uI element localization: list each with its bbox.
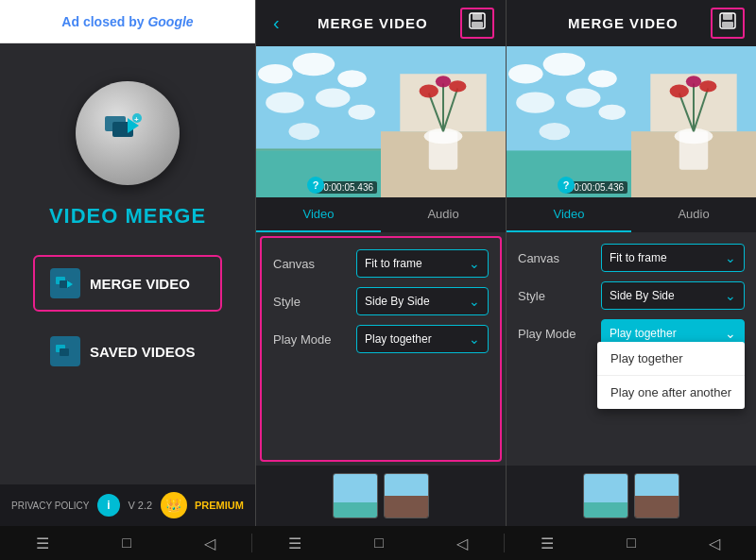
merge-video-icon: [50, 268, 80, 298]
svg-point-44: [598, 105, 625, 120]
svg-point-55: [686, 76, 701, 87]
square-icon-3[interactable]: □: [627, 535, 636, 552]
tab-audio-2[interactable]: Audio: [631, 197, 756, 232]
style-value-2: Side By Side: [610, 289, 675, 302]
version-text: V 2.2: [128, 500, 152, 511]
svg-point-18: [266, 93, 304, 113]
style-row-2: Style Side By Side ⌄: [518, 281, 745, 310]
hamburger-icon-3[interactable]: ☰: [541, 535, 554, 552]
save-button-1[interactable]: [460, 8, 494, 39]
panel-2-header: ‹ MERGE VIDEO: [507, 0, 756, 46]
svg-point-15: [258, 64, 293, 83]
play-mode-label-2: Play Mode: [518, 327, 593, 341]
svg-point-16: [293, 53, 335, 76]
svg-point-19: [316, 88, 351, 107]
panel-2-controls: Canvas Fit to frame ⌄ Style Side By Side…: [507, 232, 756, 466]
svg-point-45: [540, 123, 570, 140]
svg-point-43: [566, 88, 601, 107]
svg-rect-50: [679, 131, 708, 170]
square-icon-1[interactable]: □: [122, 535, 131, 552]
svg-point-33: [449, 80, 466, 92]
save-button-2[interactable]: [711, 8, 745, 39]
canvas-select-1[interactable]: Fit to frame ⌄: [356, 249, 489, 278]
saved-videos-label: SAVED VIDEOS: [90, 344, 195, 360]
premium-label: PREMIUM: [195, 500, 244, 511]
svg-rect-12: [472, 22, 483, 27]
dropdown-item-play-together[interactable]: Play together: [597, 342, 745, 376]
style-row-1: Style Side By Side ⌄: [273, 287, 489, 315]
nav-section-3: ☰ □ ◁: [505, 535, 756, 552]
svg-rect-9: [60, 348, 69, 356]
merge-video-button[interactable]: MERGE VIDEO: [33, 255, 222, 312]
square-icon-2[interactable]: □: [374, 535, 384, 552]
play-mode-row-1: Play Mode Play together ⌄: [273, 325, 489, 353]
thumbnail-clouds-1[interactable]: [333, 473, 378, 518]
panel-1-tabs: Video Audio: [256, 197, 506, 232]
svg-rect-22: [256, 148, 381, 150]
thumbnail-plant-1[interactable]: [384, 473, 429, 518]
panel-2-video-preview: 00:00:05.436 ?: [507, 46, 756, 197]
canvas-row-2: Canvas Fit to frame ⌄: [518, 244, 745, 272]
ad-closed-text: Ad closed by: [61, 14, 144, 29]
crown-button[interactable]: 👑: [161, 492, 187, 518]
svg-point-17: [337, 70, 366, 87]
play-mode-value-1: Play together: [365, 332, 432, 346]
tab-audio-1[interactable]: Audio: [381, 197, 506, 232]
canvas-label-2: Canvas: [518, 251, 593, 265]
saved-videos-button[interactable]: SAVED VIDEOS: [33, 323, 222, 380]
left-bottom-bar: PRIVACY POLICY i V 2.2 👑 PREMIUM: [0, 484, 255, 526]
svg-point-42: [516, 93, 555, 113]
svg-marker-7: [67, 280, 73, 288]
hamburger-icon-1[interactable]: ☰: [36, 535, 49, 552]
style-label-2: Style: [518, 289, 593, 303]
play-mode-dropdown: Play together Play one after another: [597, 342, 745, 409]
svg-rect-36: [722, 22, 733, 27]
privacy-link[interactable]: PRIVACY POLICY: [11, 501, 89, 511]
style-select-2[interactable]: Side By Side ⌄: [601, 281, 745, 310]
system-nav-bar: ☰ □ ◁ ☰ □ ◁ ☰ □ ◁: [0, 526, 756, 560]
back-icon-2[interactable]: ◁: [456, 535, 468, 552]
style-value-1: Side By Side: [365, 295, 430, 308]
merge-video-label: MERGE VIDEO: [90, 276, 190, 292]
play-mode-label-1: Play Mode: [273, 332, 349, 347]
video-half-clouds-2: 00:00:05.436 ?: [507, 46, 631, 197]
canvas-select-2[interactable]: Fit to frame ⌄: [601, 244, 745, 272]
saved-videos-icon: [50, 336, 80, 366]
nav-section-1: ☰ □ ◁: [0, 535, 251, 552]
tab-video-1[interactable]: Video: [256, 197, 381, 232]
canvas-value-2: Fit to frame: [610, 251, 667, 264]
style-chevron-2: ⌄: [725, 288, 736, 303]
help-button-2[interactable]: ?: [558, 177, 575, 194]
hamburger-icon-2[interactable]: ☰: [288, 535, 301, 552]
panel-1-header: ‹ MERGE VIDEO: [256, 0, 506, 46]
right-panels: ‹ MERGE VIDEO: [255, 0, 756, 526]
dropdown-item-play-one-after[interactable]: Play one after another: [597, 376, 745, 409]
panel-1: ‹ MERGE VIDEO: [255, 0, 506, 526]
ad-bar: Ad closed by Google: [0, 0, 255, 43]
play-mode-select-1[interactable]: Play together ⌄: [356, 325, 489, 353]
left-panel: Ad closed by Google + VIDEO MERGE: [0, 0, 255, 526]
svg-rect-35: [723, 13, 732, 20]
video-half-plant-2: [631, 46, 756, 197]
tab-video-2[interactable]: Video: [507, 197, 631, 232]
play-mode-chevron-2: ⌄: [725, 326, 736, 341]
info-button[interactable]: i: [97, 494, 120, 517]
canvas-label-1: Canvas: [273, 257, 349, 271]
svg-point-56: [699, 80, 716, 92]
svg-point-39: [508, 64, 543, 83]
canvas-chevron-2: ⌄: [725, 250, 736, 265]
panel-2-tabs: Video Audio: [507, 197, 756, 232]
canvas-row-1: Canvas Fit to frame ⌄: [273, 249, 489, 278]
thumbnail-clouds-2[interactable]: [583, 473, 628, 518]
thumbnail-plant-2[interactable]: [634, 473, 679, 518]
svg-point-54: [670, 84, 689, 97]
style-select-1[interactable]: Side By Side ⌄: [356, 287, 489, 315]
back-icon-3[interactable]: ◁: [709, 535, 720, 552]
svg-rect-27: [429, 131, 457, 170]
svg-point-21: [289, 123, 319, 140]
panel-2-title: MERGE VIDEO: [536, 15, 711, 31]
back-button-1[interactable]: ‹: [267, 10, 285, 36]
back-icon-1[interactable]: ◁: [204, 535, 215, 552]
svg-point-32: [436, 76, 451, 87]
help-button-1[interactable]: ?: [307, 177, 324, 194]
